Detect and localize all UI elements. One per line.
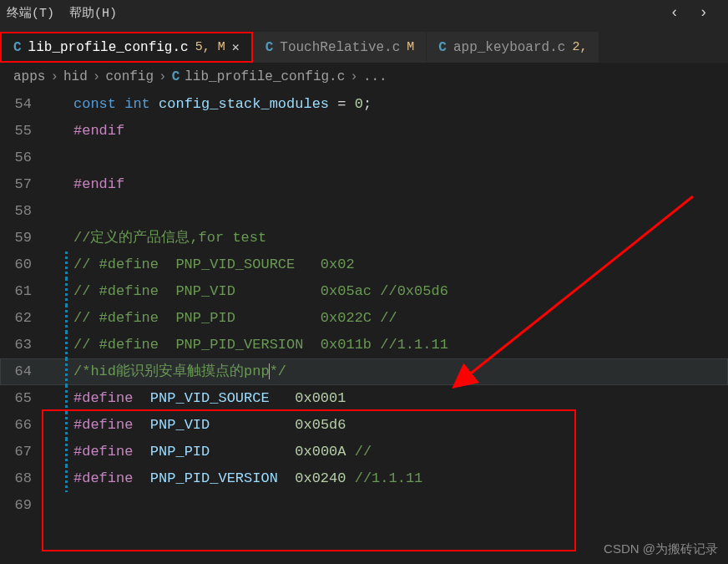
code-line[interactable]: 56 [0,145,728,171]
tab-badge: 5, M [195,40,225,54]
breadcrumb-segment[interactable]: hid [63,69,88,84]
token: /*hid能识别安卓触摸点的pnp [73,363,270,379]
code-line[interactable]: 68#define PNP_PID_VERSION 0x0240 //1.1.1… [0,465,728,492]
token: // #define PNP_PID_VERSION 0x011b //1.1.… [73,337,448,353]
token: PNP_VID [150,417,210,433]
nav-prev-icon[interactable]: ‹ [670,4,679,21]
code-content[interactable] [50,198,73,225]
breadcrumbs[interactable]: apps › hid › config › C lib_profile_conf… [0,63,728,91]
token [346,470,354,486]
tab-filename: app_keyboard.c [453,40,565,55]
line-number: 67 [0,439,50,465]
tab-TouchRelative-c[interactable]: CTouchRelative.cM [254,32,427,63]
chevron-right-icon: › [350,69,358,84]
modified-indicator [65,358,68,385]
code-line[interactable]: 59//定义的产品信息,for test [0,225,728,252]
code-line[interactable]: 55#endif [0,118,728,145]
code-content[interactable]: /*hid能识别安卓触摸点的pnp*/ [50,358,286,385]
line-number: 64 [0,358,50,385]
token: = [329,96,355,112]
modified-indicator [65,278,68,305]
code-line[interactable]: 65#define PNP_VID_SOURCE 0x0001 [0,385,728,412]
code-content[interactable]: // #define PNP_PID_VERSION 0x011b //1.1.… [50,332,448,358]
token: */ [270,363,286,379]
token [269,363,270,379]
token: int [124,96,159,112]
c-file-icon: C [438,40,447,55]
token: config_stack_modules [159,96,329,112]
line-number: 63 [0,332,50,358]
code-line[interactable]: 62// #define PNP_PID 0x022C // [0,305,728,332]
code-content[interactable]: #endif [50,171,124,198]
line-number: 59 [0,225,50,252]
code-line[interactable]: 54const int config_stack_modules = 0; [0,91,728,118]
modified-indicator [65,465,68,492]
line-number: 58 [0,198,50,225]
close-icon[interactable]: ✕ [232,39,240,55]
code-content[interactable]: //定义的产品信息,for test [50,225,266,252]
breadcrumb-segment[interactable]: apps [13,69,45,84]
code-content[interactable]: const int config_stack_modules = 0; [50,91,372,118]
breadcrumb-file[interactable]: lib_profile_config.c [185,69,345,84]
token [133,417,149,433]
token [346,444,355,460]
code-content[interactable]: #endif [50,118,124,145]
line-number: 68 [0,465,50,492]
tab-filename: TouchRelative.c [280,40,400,55]
code-line[interactable]: 69 [0,492,728,519]
line-number: 66 [0,412,50,439]
token: 0x0240 [295,470,346,486]
code-content[interactable]: // #define PNP_PID 0x022C // [50,305,397,332]
token: PNP_PID [150,444,210,460]
token: #define [73,390,133,406]
code-line[interactable]: 61// #define PNP_VID 0x05ac //0x05d6 [0,278,728,305]
line-number: 55 [0,118,50,145]
token: 0 [355,96,363,112]
token: #endif [73,176,124,192]
code-line[interactable]: 67#define PNP_PID 0x000A // [0,439,728,465]
code-line[interactable]: 64/*hid能识别安卓触摸点的pnp*/ [0,358,728,385]
code-line[interactable]: 58 [0,198,728,225]
code-content[interactable]: // #define PNP_VID 0x05ac //0x05d6 [50,278,448,305]
tab-app-keyboard-c[interactable]: Capp_keyboard.c2, [427,32,599,63]
code-line[interactable]: 60// #define PNP_VID_SOURCE 0x02 [0,252,728,278]
token: const [73,96,124,112]
line-number: 60 [0,252,50,278]
token: #define [73,470,133,486]
editor-tabs: Clib_profile_config.c5, M✕CTouchRelative… [0,25,728,63]
breadcrumb-tail[interactable]: ... [363,69,387,84]
line-number: 57 [0,171,50,198]
code-editor[interactable]: 54const int config_stack_modules = 0;55#… [0,91,728,519]
token: ; [363,96,372,112]
code-content[interactable]: #define PNP_PID_VERSION 0x0240 //1.1.11 [50,465,422,492]
code-content[interactable]: #define PNP_VID_SOURCE 0x0001 [50,385,346,412]
menu-terminal[interactable]: 终端(T) [7,5,54,21]
code-content[interactable] [50,492,73,519]
code-content[interactable]: #define PNP_PID 0x000A // [50,439,372,465]
code-content[interactable]: // #define PNP_VID_SOURCE 0x02 [50,252,355,278]
code-line[interactable]: 66#define PNP_VID 0x05d6 [0,412,728,439]
c-file-icon: C [172,69,180,84]
token: //1.1.11 [355,470,423,486]
code-content[interactable] [50,145,73,171]
breadcrumb-segment[interactable]: config [105,69,154,84]
nav-next-icon[interactable]: › [699,4,708,21]
token: #define [73,444,133,460]
token [278,470,295,486]
token [210,444,295,460]
modified-indicator [65,332,68,358]
chevron-right-icon: › [159,69,167,84]
token: //定义的产品信息,for test [73,230,266,246]
code-content[interactable]: #define PNP_VID 0x05d6 [50,412,346,439]
token: 0x0001 [295,390,346,406]
menubar: 终端(T) 帮助(H) ‹ › [0,0,728,25]
c-file-icon: C [13,40,22,55]
modified-indicator [65,305,68,332]
tab-lib-profile-config-c[interactable]: Clib_profile_config.c5, M✕ [0,32,253,63]
token [133,390,149,406]
code-line[interactable]: 57#endif [0,171,728,198]
chevron-right-icon: › [93,69,101,84]
tab-filename: lib_profile_config.c [28,40,189,55]
menu-help[interactable]: 帮助(H) [69,5,117,21]
code-line[interactable]: 63// #define PNP_PID_VERSION 0x011b //1.… [0,332,728,358]
